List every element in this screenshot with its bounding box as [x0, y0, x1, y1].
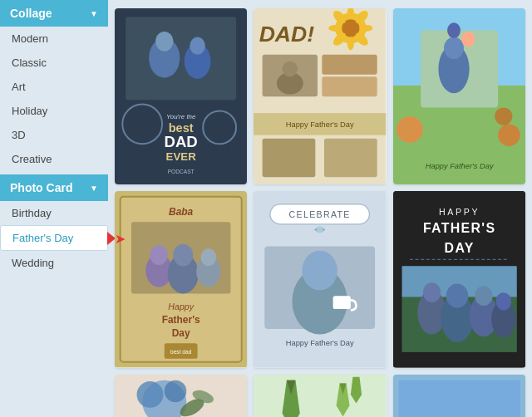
svg-text:Father's: Father's	[162, 315, 200, 326]
svg-point-19	[360, 25, 373, 32]
sidebar-item-birthday[interactable]: Birthday	[0, 201, 108, 225]
card-7[interactable]: FATHER	[115, 375, 247, 417]
svg-text:FATHER'S: FATHER'S	[423, 222, 496, 236]
sidebar-item-holiday[interactable]: Holiday	[0, 99, 108, 123]
svg-point-43	[498, 124, 520, 146]
sidebar-section-collage[interactable]: Collage ▼	[0, 0, 108, 27]
svg-point-42	[397, 116, 423, 143]
svg-point-83	[446, 284, 468, 308]
card-3[interactable]: Happy Father's Day	[393, 8, 525, 184]
sidebar: Collage ▼ Modern Classic Art Holiday 3D …	[0, 0, 108, 417]
svg-rect-26	[323, 55, 377, 75]
card-6[interactable]: HAPPY FATHER'S DAY	[393, 191, 525, 367]
svg-point-51	[150, 245, 167, 265]
main-content: You're the best DAD EVER PODCAST	[108, 0, 532, 417]
svg-rect-33	[324, 139, 377, 177]
svg-rect-32	[263, 139, 316, 177]
svg-rect-1	[126, 17, 236, 101]
svg-point-81	[423, 283, 441, 303]
svg-text:DAD!: DAD!	[259, 22, 315, 47]
card-8[interactable]: daddy & me	[254, 375, 386, 417]
svg-point-90	[137, 381, 164, 408]
svg-text:CELEBRATE: CELEBRATE	[289, 209, 351, 219]
photocard-chevron-icon: ▼	[90, 184, 98, 193]
svg-text:You're the: You're the	[166, 113, 196, 120]
svg-point-5	[190, 37, 205, 55]
sidebar-item-wedding[interactable]: Wedding	[0, 251, 108, 275]
svg-rect-122	[398, 380, 520, 417]
card-5[interactable]: CELEBRATE Happy Father's Day	[254, 191, 386, 367]
sidebar-item-art[interactable]: Art	[0, 75, 108, 99]
svg-text:Happy Father's Day: Happy Father's Day	[286, 339, 354, 347]
svg-point-41	[461, 32, 475, 47]
card-2[interactable]: DAD! Happy Father's Day	[254, 8, 386, 184]
sidebar-section-photocard[interactable]: Photo Card ▼	[0, 174, 108, 201]
card-9[interactable]: Happy Father's Day	[393, 375, 525, 417]
sidebar-item-fathers-day[interactable]: Father's Day ➤	[0, 225, 108, 251]
svg-text:best dad: best dad	[170, 350, 192, 356]
svg-point-65	[317, 227, 323, 233]
collage-section-label: Collage	[10, 7, 52, 20]
svg-point-85	[475, 287, 492, 307]
card-4[interactable]: Baba Happy Father's Day best dad	[115, 191, 247, 367]
svg-point-55	[201, 248, 217, 266]
svg-point-39	[444, 37, 464, 60]
sidebar-item-creative[interactable]: Creative	[0, 147, 108, 171]
svg-point-29	[283, 61, 298, 77]
card-1[interactable]: You're the best DAD EVER PODCAST	[115, 8, 247, 184]
svg-point-40	[447, 22, 461, 38]
svg-point-18	[329, 25, 342, 32]
svg-point-68	[303, 251, 337, 291]
svg-text:Baba: Baba	[169, 207, 194, 218]
cards-grid: You're the best DAD EVER PODCAST	[115, 8, 525, 417]
svg-text:HAPPY: HAPPY	[439, 208, 480, 218]
svg-rect-27	[323, 76, 377, 96]
active-arrow-icon: ➤	[115, 230, 126, 246]
svg-text:DAD: DAD	[165, 133, 198, 150]
svg-rect-69	[333, 297, 351, 310]
svg-text:Happy Father's Day: Happy Father's Day	[425, 162, 494, 170]
svg-point-17	[347, 37, 354, 51]
svg-text:Day: Day	[172, 328, 190, 340]
sidebar-item-modern[interactable]: Modern	[0, 27, 108, 51]
sidebar-item-3d[interactable]: 3D	[0, 123, 108, 147]
sidebar-item-classic[interactable]: Classic	[0, 51, 108, 75]
svg-point-91	[165, 380, 187, 403]
svg-point-3	[155, 32, 173, 52]
svg-text:PODCAST: PODCAST	[168, 169, 195, 174]
svg-text:Happy: Happy	[168, 302, 194, 312]
svg-rect-102	[254, 375, 386, 417]
svg-point-44	[495, 107, 512, 125]
svg-text:DAY: DAY	[444, 242, 474, 256]
svg-point-87	[495, 293, 511, 311]
svg-point-53	[173, 244, 193, 267]
svg-text:EVER: EVER	[166, 150, 197, 163]
svg-text:Happy Father's Day: Happy Father's Day	[286, 120, 354, 129]
photocard-section-label: Photo Card	[10, 181, 72, 194]
collage-chevron-icon: ▼	[90, 9, 98, 18]
